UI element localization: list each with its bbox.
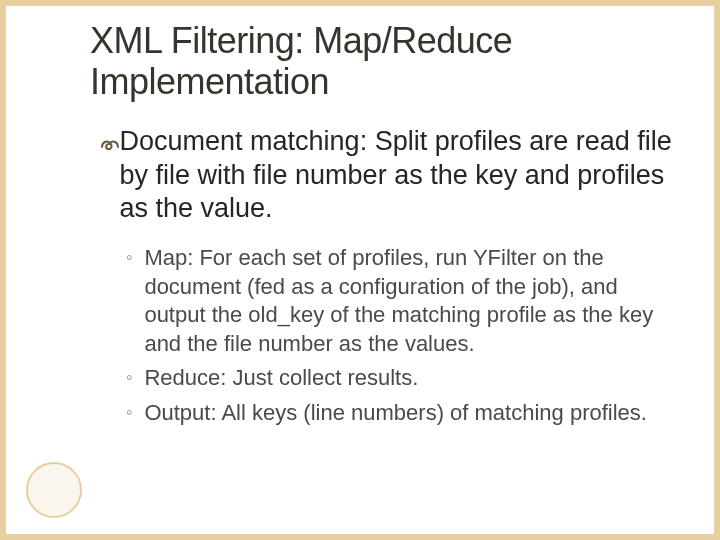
sub-bullet: ◦ Output: All keys (line numbers) of mat… xyxy=(126,399,680,428)
main-bullet: Document matching: Split profiles are re… xyxy=(98,125,680,226)
sub-bullet-text: Reduce: Just collect results. xyxy=(144,364,680,393)
sub-bullet-text: Map: For each set of profiles, run YFilt… xyxy=(144,244,680,358)
sub-bullet: ◦ Reduce: Just collect results. xyxy=(126,364,680,393)
ring-bullet-icon: ◦ xyxy=(126,364,132,391)
border-right xyxy=(714,0,720,540)
sub-bullet-text: Output: All keys (line numbers) of match… xyxy=(144,399,680,428)
decorative-circle xyxy=(26,462,82,518)
border-bottom xyxy=(0,534,720,540)
sub-bullet-list: ◦ Map: For each set of profiles, run YFi… xyxy=(126,244,680,428)
border-left xyxy=(0,0,6,540)
slide: XML Filtering: Map/Reduce Implementation… xyxy=(0,0,720,540)
slide-title: XML Filtering: Map/Reduce Implementation xyxy=(90,20,680,103)
ring-bullet-icon: ◦ xyxy=(126,399,132,426)
border-top xyxy=(0,0,720,6)
main-bullet-text: Document matching: Split profiles are re… xyxy=(120,125,680,226)
sub-bullet: ◦ Map: For each set of profiles, run YFi… xyxy=(126,244,680,358)
ring-bullet-icon: ◦ xyxy=(126,244,132,271)
